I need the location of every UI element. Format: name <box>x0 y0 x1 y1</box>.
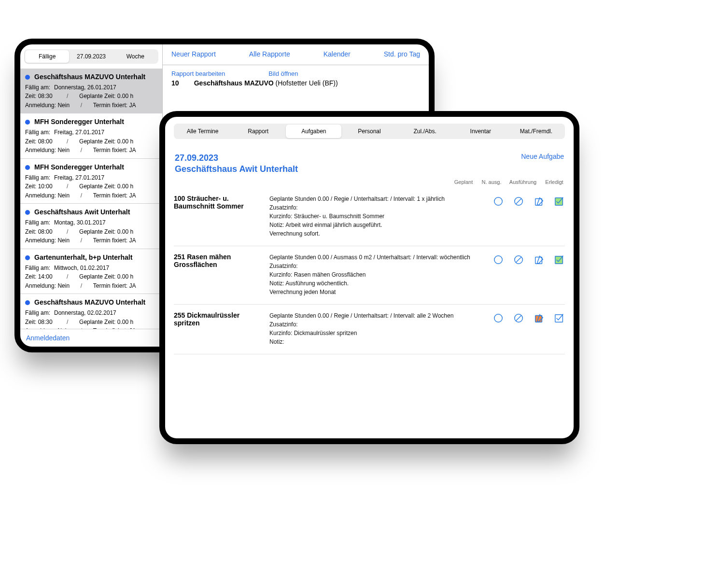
tab-inventar[interactable]: Inventar <box>453 125 508 138</box>
list-item[interactable]: MFH Sonderegger UnterhaltFällig am: Frei… <box>20 113 162 158</box>
edit-icon[interactable] <box>533 254 545 266</box>
col-nausg: N. ausg. <box>481 179 502 185</box>
task-body: Geplante Stunden 0.00 / Regie / Unterhal… <box>269 311 484 346</box>
no-icon[interactable] <box>513 254 524 266</box>
task-detail-line: Geplante Stunden 0.00 / Regie / Unterhal… <box>269 311 484 320</box>
segmented-control: Fällige 27.09.2023 Woche <box>24 49 158 64</box>
task-body: Geplante Stunden 0.00 / Regie / Unterhal… <box>269 195 484 238</box>
column-headers: Geplant N. ausg. Ausführung Erledigt <box>165 177 574 188</box>
list-item[interactable]: Geschäftshaus MAZUVO UnterhaltFällig am:… <box>20 69 162 113</box>
task-row: 251 Rasen mähen GrossflächenGeplante Stu… <box>174 246 565 305</box>
termin-label: Termin fixiert: JA <box>93 281 136 291</box>
task-detail-line: Verrechnung sofort. <box>269 229 484 238</box>
due-value: Donnerstag, 26.01.2017 <box>54 83 116 92</box>
check-icon[interactable] <box>553 312 565 324</box>
time-label: Zeit: 08:30 <box>25 318 53 327</box>
task-list: 100 Sträucher- u. Baumschnitt SommerGepl… <box>165 188 574 354</box>
planned-label: Geplante Zeit: 0.00 h <box>79 137 133 146</box>
calendar-link[interactable]: Kalender <box>324 50 351 58</box>
due-label: Fällig am: <box>25 173 50 182</box>
list-item-title: Geschäftshaus MAZUVO Unterhalt <box>34 72 145 83</box>
status-dot-icon <box>25 255 30 260</box>
list-item[interactable]: Gartenunterhalt, b+p UnterhaltFällig am:… <box>20 249 162 294</box>
svg-rect-15 <box>535 315 542 322</box>
col-ausfuehrung: Ausführung <box>509 179 537 185</box>
anmeldung-label: Anmeldung: Nein <box>25 146 70 155</box>
task-detail-line: Zusatzinfo: <box>269 320 484 329</box>
circle-icon[interactable] <box>493 254 504 266</box>
tab-alle-termine[interactable]: Alle Termine <box>175 125 230 138</box>
anmeldung-label: Anmeldung: Nein <box>25 101 70 110</box>
termin-label: Termin fixiert: JA <box>93 236 136 245</box>
edit-icon[interactable] <box>533 196 545 207</box>
planned-label: Geplante Zeit: 0.00 h <box>79 318 133 327</box>
list-item-title: Geschäftshaus MAZUVO Unterhalt <box>34 297 145 308</box>
segment-date[interactable]: 27.09.2023 <box>69 50 113 63</box>
no-icon[interactable] <box>513 196 524 207</box>
header-date: 27.09.2023 <box>175 153 298 164</box>
login-data-link[interactable]: Anmeldedaten <box>20 329 162 347</box>
object-name: Geschäftshaus MAZUVO <box>194 79 274 87</box>
check-icon[interactable] <box>553 254 565 266</box>
appointment-list: Geschäftshaus MAZUVO UnterhaltFällig am:… <box>20 69 162 329</box>
new-report-link[interactable]: Neuer Rapport <box>171 50 216 58</box>
edit-report-link[interactable]: Rapport bearbeiten <box>171 70 225 77</box>
tab-zul-abs-[interactable]: Zul./Abs. <box>397 125 453 138</box>
due-value: Montag, 30.01.2017 <box>54 218 106 227</box>
tab-aufgaben[interactable]: Aufgaben <box>286 125 341 138</box>
list-item[interactable]: Geschäftshaus Awit UnterhaltFällig am: M… <box>20 204 162 249</box>
status-dot-icon <box>25 300 30 305</box>
header-object: Geschäftshaus Awit Unterhalt <box>175 164 298 175</box>
status-dot-icon <box>25 210 30 215</box>
list-item-title: Gartenunterhalt, b+p Unterhalt <box>34 252 132 263</box>
status-dot-icon <box>25 75 30 80</box>
due-value: Freitag, 27.01.2017 <box>54 173 104 182</box>
all-reports-link[interactable]: Alle Rapporte <box>249 50 290 58</box>
list-item-title: Geschäftshaus Awit Unterhalt <box>34 207 130 218</box>
tab-mat-fremdl-[interactable]: Mat./Fremdl. <box>508 125 564 138</box>
col-geplant: Geplant <box>453 179 474 185</box>
time-label: Zeit: 08:00 <box>25 227 53 237</box>
task-detail-line: Notiz: Arbeit wird einmal jährlich ausge… <box>269 221 484 229</box>
tab-personal[interactable]: Personal <box>341 125 397 138</box>
time-label: Zeit: 08:00 <box>25 137 53 146</box>
status-dot-icon <box>25 165 30 170</box>
termin-label: Termin fixiert: JA <box>93 146 136 155</box>
sidebar: Fällige 27.09.2023 Woche Geschäftshaus M… <box>20 44 163 347</box>
svg-rect-3 <box>535 198 542 205</box>
list-item[interactable]: MFH Sonderegger UnterhaltFällig am: Frei… <box>20 159 162 204</box>
tab-rapport[interactable]: Rapport <box>230 125 286 138</box>
task-row: 255 Dickmaulrüssler spritzenGeplante Stu… <box>174 305 565 354</box>
task-detail-line: Kurzinfo: Sträucher- u. Baumschnitt Somm… <box>269 212 484 221</box>
object-person: (Hofstetter Ueli (BF)) <box>274 79 338 87</box>
segment-due[interactable]: Fällige <box>25 50 69 63</box>
object-line: 10 Geschäftshaus MAZUVO (Hofstetter Ueli… <box>171 79 420 87</box>
edit-icon[interactable] <box>533 312 545 324</box>
svg-line-8 <box>516 257 521 262</box>
task-body: Geplante Stunden 0.00 / Ausmass 0 m2 / U… <box>269 253 484 296</box>
hours-per-day-link[interactable]: Std. pro Tag <box>384 50 420 58</box>
page-title: 27.09.2023 Geschäftshaus Awit Unterhalt <box>175 153 298 175</box>
planned-label: Geplante Zeit: 0.00 h <box>79 227 133 237</box>
list-item-title: MFH Sonderegger Unterhalt <box>34 117 124 127</box>
circle-icon[interactable] <box>493 312 504 324</box>
time-label: Zeit: 10:00 <box>25 182 53 191</box>
check-icon[interactable] <box>553 196 565 207</box>
due-label: Fällig am: <box>25 83 50 92</box>
new-task-button[interactable]: Neue Aufgabe <box>521 153 564 160</box>
due-label: Fällig am: <box>25 128 50 137</box>
tab-bar: Alle TermineRapportAufgabenPersonalZul./… <box>174 124 565 139</box>
tablet-front: Alle TermineRapportAufgabenPersonalZul./… <box>159 111 579 444</box>
task-detail-line: Zusatzinfo: <box>269 203 484 212</box>
task-name: 100 Sträucher- u. Baumschnitt Sommer <box>174 195 261 238</box>
task-detail-line: Geplante Stunden 0.00 / Regie / Unterhal… <box>269 195 484 203</box>
task-detail-line: Geplante Stunden 0.00 / Ausmass 0 m2 / U… <box>269 253 484 262</box>
open-image-link[interactable]: Bild öffnen <box>268 70 298 77</box>
segment-week[interactable]: Woche <box>113 50 157 63</box>
no-icon[interactable] <box>513 312 524 324</box>
task-name: 255 Dickmaulrüssler spritzen <box>174 311 261 346</box>
list-item[interactable]: Geschäftshaus MAZUVO UnterhaltFällig am:… <box>20 294 162 329</box>
anmeldung-label: Anmeldung: Nein <box>25 236 70 245</box>
circle-icon[interactable] <box>493 196 504 207</box>
due-label: Fällig am: <box>25 264 50 273</box>
